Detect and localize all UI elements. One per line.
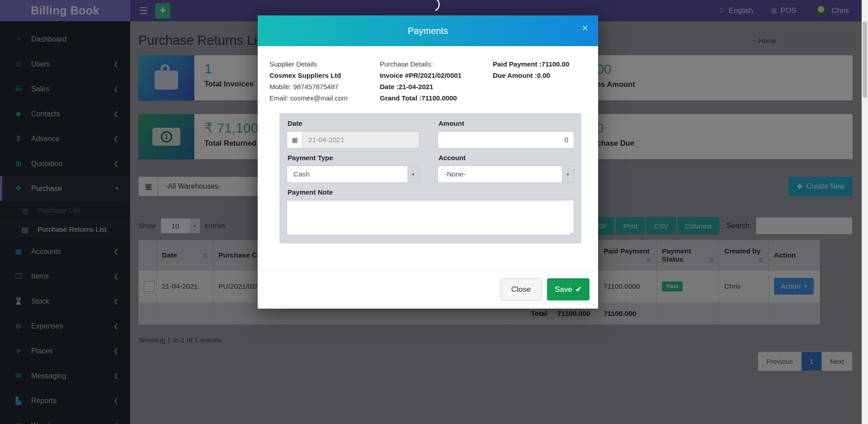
supplier-heading: Supplier Details	[269, 58, 380, 70]
resize-grip-icon[interactable]: ◢	[570, 231, 573, 235]
chevron-down-icon: ▾	[562, 166, 574, 182]
modal-title: Payments	[408, 26, 448, 36]
due-amount: Due Amount :0.00	[493, 70, 598, 81]
supplier-mobile: Mobile: 987457875487	[269, 81, 380, 92]
scrollbar[interactable]	[862, 0, 868, 424]
supplier-name: Cosmex Suppliers Ltd	[269, 70, 380, 81]
purchase-date: Date :21-04-2021	[380, 81, 493, 92]
payment-summary: Paid Payment :71100.00 Due Amount :0.00	[493, 58, 598, 104]
purchase-heading: Purchase Details:	[380, 58, 493, 70]
modal-footer: Close Save ✔	[258, 270, 598, 309]
amount-input[interactable]	[438, 131, 574, 148]
account-label: Account	[439, 154, 574, 163]
amount-label: Amount	[439, 119, 574, 129]
payment-form: Date ▦ Amount Payment Type Cash ▾	[279, 113, 581, 243]
close-button[interactable]: Close	[500, 278, 542, 300]
save-button[interactable]: Save ✔	[547, 278, 590, 300]
paid-payment: Paid Payment :71100.00	[493, 58, 598, 70]
invoice-number: Invoice #PR/2021/02/0001	[380, 70, 493, 81]
supplier-details: Supplier Details Cosmex Suppliers Ltd Mo…	[269, 58, 380, 104]
scrollbar-thumb[interactable]	[863, 21, 867, 98]
payment-type-label: Payment Type	[288, 154, 420, 163]
date-label: Date	[288, 119, 420, 129]
payment-note-textarea[interactable]	[287, 200, 574, 235]
payments-modal: Payments × Supplier Details Cosmex Suppl…	[258, 15, 598, 309]
payment-type-value: Cash	[287, 166, 407, 182]
close-icon[interactable]: ×	[582, 22, 588, 34]
modal-header: Payments ×	[258, 15, 598, 46]
payment-note-label: Payment Note	[288, 188, 574, 198]
payment-type-select[interactable]: Cash ▾	[287, 166, 420, 183]
check-icon: ✔	[576, 285, 582, 294]
save-label: Save	[555, 285, 572, 294]
payment-date-input[interactable]	[303, 131, 420, 148]
calendar-icon: ▦	[287, 131, 303, 148]
supplier-email: Email: cosmex@mail.com	[269, 92, 380, 104]
payment-details-section: Supplier Details Cosmex Suppliers Ltd Mo…	[258, 46, 598, 104]
account-select[interactable]: -None- ▾	[438, 166, 574, 183]
grand-total: Grand Total :71100.0000	[380, 92, 493, 104]
account-value: -None-	[438, 166, 562, 182]
purchase-details: Purchase Details: Invoice #PR/2021/02/00…	[380, 58, 493, 104]
app-root: Billing Book ☰ ✚ ⚐ English ⊞ POS Chris ◔…	[0, 0, 868, 424]
chevron-down-icon: ▾	[407, 166, 419, 182]
